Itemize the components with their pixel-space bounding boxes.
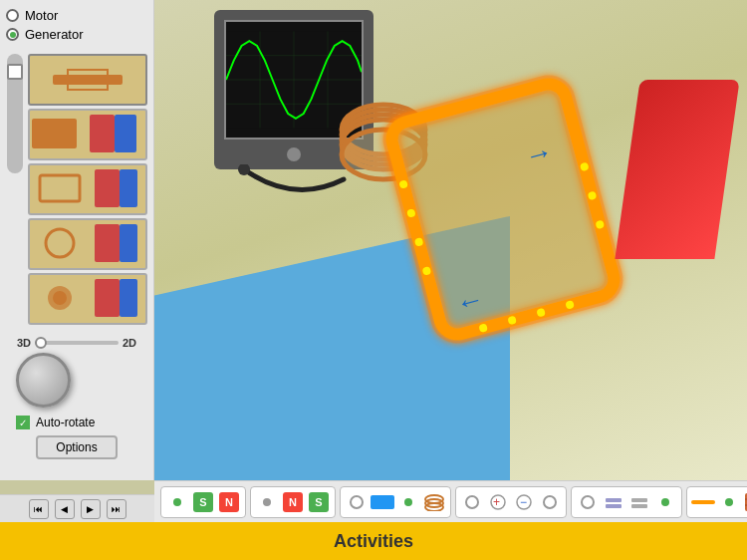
svg-rect-4 [115,115,136,152]
green-dot-misc [717,490,741,514]
svg-point-52 [544,496,556,508]
svg-rect-14 [120,279,137,317]
magnet-ns-group: N S [250,486,336,518]
brick-button[interactable] [743,490,747,514]
2d-label: 2D [123,337,136,349]
svg-point-43 [351,496,363,508]
svg-rect-7 [120,169,137,207]
v-slider-thumb[interactable] [7,64,23,80]
green-dot-field [653,490,677,514]
bar-magnet[interactable] [615,80,739,259]
thumbnail-3[interactable] [28,163,147,215]
green-dot-coil [396,490,420,514]
n-pole-button[interactable]: N [217,490,241,514]
left-panel: Motor Generator [0,0,154,480]
3d-label: 3D [17,337,31,349]
circle-empty-2 [538,490,562,514]
generator-label: Generator [25,27,84,42]
bottom-toolbar: S N N S [154,480,747,522]
step-back-button[interactable]: ◀ [55,499,75,519]
minus-charge-button[interactable]: − [512,490,536,514]
svg-rect-9 [95,224,120,262]
motor-radio[interactable] [6,9,19,22]
skip-back-button[interactable]: ⏮ [29,499,49,519]
oscilloscope-knob[interactable] [287,147,301,161]
slider-thumb[interactable] [35,337,47,349]
thumbnail-2[interactable] [28,109,147,160]
svg-text:−: − [520,495,527,509]
svg-rect-5 [40,175,80,201]
simulation-area: → ← [154,0,747,480]
transport-controls: ⏮ ◀ ▶ ⏭ [0,494,154,522]
gray-indicator-1 [255,490,279,514]
auto-rotate-row[interactable]: ✓ Auto-rotate [6,416,147,429]
field-line-2-button[interactable] [627,490,651,514]
svg-rect-54 [606,498,622,502]
coil-stack-icon[interactable] [422,490,446,514]
auto-rotate-label: Auto-rotate [36,416,95,429]
auto-rotate-checkbox[interactable]: ✓ [16,416,30,429]
misc-group [686,486,747,518]
svg-text:+: + [493,495,500,509]
thumbnail-list [28,54,147,325]
svg-point-8 [46,229,74,257]
thumbnail-1[interactable] [28,54,147,106]
slider-track[interactable] [35,341,119,345]
svg-point-12 [53,291,67,305]
play-button[interactable]: ▶ [81,499,101,519]
green-indicator-1 [165,490,189,514]
coil-rect-button[interactable] [371,490,394,514]
s-pole-2-button[interactable]: S [307,490,331,514]
rotation-knob-area [6,353,147,408]
coil-settings-group [340,486,451,518]
svg-rect-29 [388,80,619,338]
rotation-knob[interactable] [16,353,71,408]
s-pole-button[interactable]: S [191,490,215,514]
view-mode-slider[interactable]: 3D 2D [17,337,136,349]
svg-rect-57 [631,504,647,508]
svg-rect-2 [32,119,77,148]
generator-option[interactable]: Generator [6,27,147,42]
oscilloscope-cable [234,164,354,204]
gray-circle-icon [345,490,369,514]
step-forward-button[interactable]: ⏭ [107,499,126,519]
vertical-slider[interactable] [7,54,23,173]
thumbnail-4[interactable] [28,218,147,270]
generator-radio[interactable] [6,28,19,41]
thumbnail-5[interactable] [28,273,147,325]
plus-charge-button[interactable]: + [486,490,510,514]
svg-rect-10 [120,224,137,262]
svg-rect-56 [631,498,647,502]
motor-option[interactable]: Motor [6,8,147,23]
svg-rect-13 [95,279,120,317]
svg-point-53 [582,496,594,508]
activities-label: Activities [334,531,413,552]
mode-selector: Motor Generator [6,8,147,46]
n-pole-2-button[interactable]: N [281,490,305,514]
magnet-sn-group: S N [160,486,246,518]
field-line-1-button[interactable] [602,490,625,514]
svg-rect-0 [53,75,123,85]
field-lines-group [571,486,682,518]
svg-rect-6 [95,169,120,207]
svg-rect-3 [90,115,115,152]
svg-rect-55 [606,504,622,508]
options-button[interactable]: Options [36,435,117,459]
circle-empty-1 [460,490,484,514]
circle-empty-3 [576,490,600,514]
charge-group: + − [455,486,567,518]
svg-point-47 [466,496,478,508]
activities-bar[interactable]: Activities [0,522,747,560]
orange-line-button[interactable] [691,490,715,514]
motor-label: Motor [25,8,58,23]
